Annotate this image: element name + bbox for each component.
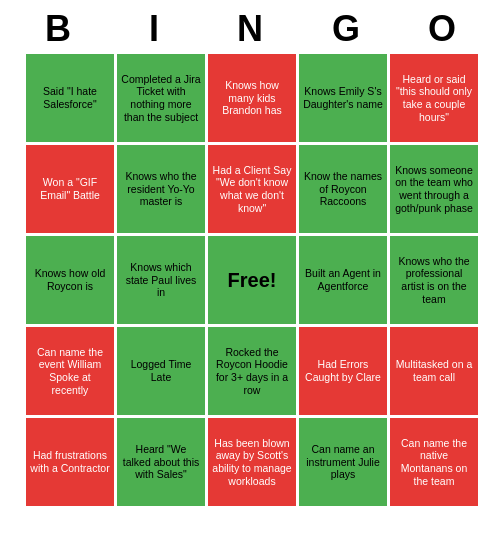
cell-21: Heard "We talked about this with Sales" xyxy=(117,418,205,506)
letter-g: G xyxy=(302,8,390,50)
letter-i: I xyxy=(110,8,198,50)
cell-11: Knows which state Paul lives in xyxy=(117,236,205,324)
cell-19: Multitasked on a team call xyxy=(390,327,478,415)
cell-13: Built an Agent in Agentforce xyxy=(299,236,387,324)
cell-23: Can name an instrument Julie plays xyxy=(299,418,387,506)
cell-24: Can name the native Montanans on the tea… xyxy=(390,418,478,506)
cell-20: Had frustrations with a Contractor xyxy=(26,418,114,506)
cell-6: Knows who the resident Yo-Yo master is xyxy=(117,145,205,233)
cell-7: Had a Client Say "We don't know what we … xyxy=(208,145,296,233)
cell-3: Knows Emily S's Daughter's name xyxy=(299,54,387,142)
cell-15: Can name the event William Spoke at rece… xyxy=(26,327,114,415)
cell-22: Has been blown away by Scott's ability t… xyxy=(208,418,296,506)
letter-b: B xyxy=(14,8,102,50)
cell-4: Heard or said "this should only take a c… xyxy=(390,54,478,142)
cell-0: Said "I hate Salesforce" xyxy=(26,54,114,142)
letter-o: O xyxy=(398,8,486,50)
bingo-grid: Said "I hate Salesforce"Completed a Jira… xyxy=(26,54,474,506)
cell-12: Free! xyxy=(208,236,296,324)
cell-8: Know the names of Roycon Raccoons xyxy=(299,145,387,233)
cell-5: Won a "GIF Email" Battle xyxy=(26,145,114,233)
cell-18: Had Errors Caught by Clare xyxy=(299,327,387,415)
cell-16: Logged Time Late xyxy=(117,327,205,415)
cell-17: Rocked the Roycon Hoodie for 3+ days in … xyxy=(208,327,296,415)
letter-n: N xyxy=(206,8,294,50)
cell-2: Knows how many kids Brandon has xyxy=(208,54,296,142)
bingo-header: B I N G O xyxy=(10,0,490,54)
cell-14: Knows who the professional artist is on … xyxy=(390,236,478,324)
cell-10: Knows how old Roycon is xyxy=(26,236,114,324)
cell-9: Knows someone on the team who went throu… xyxy=(390,145,478,233)
cell-1: Completed a Jira Ticket with nothing mor… xyxy=(117,54,205,142)
